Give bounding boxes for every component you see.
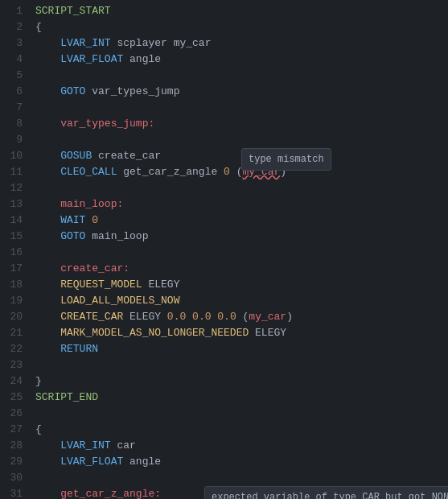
token: var_types_jump: [60,118,154,130]
token: 0.0 [192,311,217,323]
line-number-23: 23 [0,357,32,373]
token: LVAR_FLOAT [60,53,129,65]
token: CLEO_CALL [60,166,123,178]
token: main_loop [92,230,148,242]
line-number-31: 31 [0,486,32,499]
line-27: 27{ [0,422,448,438]
line-12: 12 [0,180,448,196]
line-content-3: LVAR_INT scplayer my_car [32,35,448,52]
line-29: 29 LVAR_FLOAT angle [0,454,448,470]
line-15: 15 GOTO main_loop [0,229,448,245]
token: { [35,423,42,435]
token: LOAD_ALL_MODELS_NOW [60,295,179,307]
token: LVAR_INT [60,37,117,49]
token: create_car [98,150,161,162]
token: ELEGY [148,278,179,291]
token: LVAR_INT [60,439,117,452]
token: 0 [224,166,236,178]
line-content-31: get_car_z_angle:expected variable of typ… [32,486,448,499]
line-10: 10 GOSUB create_cartype mismatch [0,148,448,164]
token: GOSUB [60,150,98,162]
line-number-13: 13 [0,196,32,212]
line-2: 2{ [0,19,448,35]
code-lines: 1SCRIPT_START2{3 LVAR_INT scplayer my_ca… [0,0,448,499]
line-number-9: 9 [0,132,32,148]
token: { [35,21,42,33]
token: REQUEST_MODEL [60,278,148,291]
tooltip: expected variable of type CAR but got NO… [204,486,448,499]
token: ) [286,311,293,323]
token: ELEGY [255,327,286,339]
line-content-14: WAIT 0 [32,212,448,229]
token: get_car_z_angle [123,166,224,178]
token: WAIT [60,214,92,226]
line-number-28: 28 [0,438,32,454]
line-number-2: 2 [0,19,32,35]
token: angle [129,456,161,468]
line-content-15: GOTO main_loop [32,229,448,245]
token: var_types_jump [92,85,179,97]
token: scplayer [117,37,166,49]
token: RETURN [60,343,98,355]
line-content-25: SCRIPT_END [32,390,448,406]
line-20: 20 CREATE_CAR ELEGY 0.0 0.0 0.0 (my_car) [0,309,448,325]
token: car [117,439,135,452]
line-26: 26 [0,406,448,422]
line-1: 1SCRIPT_START [0,3,448,19]
line-number-25: 25 [0,390,32,406]
line-number-4: 4 [0,52,32,68]
token: GOTO [60,85,92,97]
line-content-27: { [32,422,448,438]
line-19: 19 LOAD_ALL_MODELS_NOW [0,293,448,309]
token: 0.0 [217,311,242,323]
line-7: 7 [0,100,448,116]
line-number-30: 30 [0,470,32,486]
line-number-16: 16 [0,245,32,261]
token: main_loop: [60,198,123,210]
token: my_car [167,37,212,49]
line-number-7: 7 [0,100,32,116]
line-16: 16 [0,245,448,261]
line-18: 18 REQUEST_MODEL ELEGY [0,277,448,293]
line-17: 17 create_car: [0,261,448,277]
token: 0 [92,214,98,226]
token: CREATE_CAR [60,311,129,323]
line-number-18: 18 [0,277,32,293]
line-content-11: CLEO_CALL get_car_z_angle 0 (my_car) [32,164,448,180]
token: SCRIPT_END [35,391,98,403]
line-6: 6 GOTO var_types_jump [0,84,448,100]
line-content-20: CREATE_CAR ELEGY 0.0 0.0 0.0 (my_car) [32,309,448,325]
line-number-6: 6 [0,84,32,100]
token: my_car [242,166,280,178]
token: LVAR_FLOAT [60,456,129,468]
token: GOTO [60,230,92,242]
line-content-13: main_loop: [32,196,448,212]
token: SCRIPT_START [35,5,111,17]
line-content-28: LVAR_INT car [32,438,448,454]
line-number-20: 20 [0,309,32,325]
line-11: 11 CLEO_CALL get_car_z_angle 0 (my_car) [0,164,448,180]
line-number-27: 27 [0,422,32,438]
line-9: 9 [0,132,448,148]
token: ) [280,166,286,178]
token: my_car [249,311,286,323]
line-number-15: 15 [0,229,32,245]
line-number-14: 14 [0,212,32,229]
line-content-6: GOTO var_types_jump [32,84,448,100]
line-5: 5 [0,68,448,84]
line-number-1: 1 [0,3,32,19]
line-content-17: create_car: [32,261,448,277]
line-number-17: 17 [0,261,32,277]
token: MARK_MODEL_AS_NO_LONGER_NEEDED [60,327,255,339]
line-content-29: LVAR_FLOAT angle [32,454,448,470]
line-24: 24} [0,373,448,390]
line-25: 25SCRIPT_END [0,390,448,406]
line-14: 14 WAIT 0 [0,212,448,229]
line-number-12: 12 [0,180,32,196]
line-23: 23 [0,357,448,373]
line-number-29: 29 [0,454,32,470]
line-number-22: 22 [0,341,32,357]
token: get_car_z_angle: [60,488,161,499]
line-content-1: SCRIPT_START [32,3,448,19]
line-content-19: LOAD_ALL_MODELS_NOW [32,293,448,309]
